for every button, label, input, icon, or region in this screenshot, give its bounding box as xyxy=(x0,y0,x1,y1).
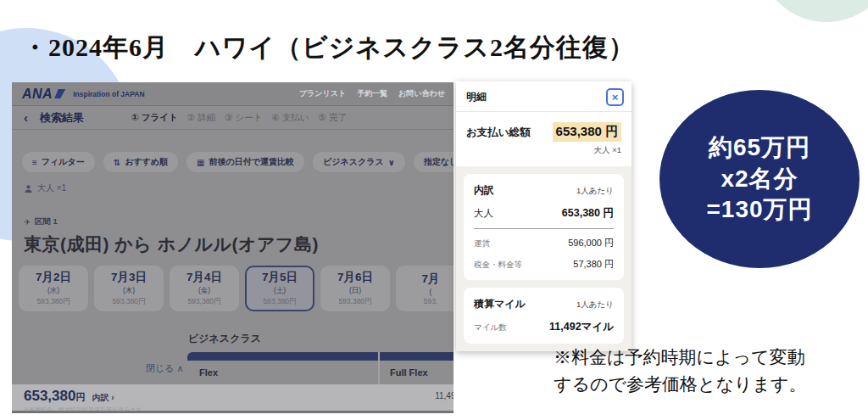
fare-column-divider xyxy=(378,352,380,384)
route-title: 東京(成田) から ホノルル(オアフ島) xyxy=(24,232,453,256)
detail-panel-header: 明細 × xyxy=(456,81,632,111)
slide-canvas: ・2024年6月 ハワイ（ビジネスクラス2名分往復） ANA Inspirati… xyxy=(0,0,868,420)
cabin-class-label: ビジネスクラス xyxy=(188,332,261,346)
booking-steps: ① フライト ② 詳細 ③ シート ④ 支払い ⑤ 完了 xyxy=(131,112,347,124)
back-icon[interactable]: ‹ xyxy=(24,110,28,125)
fare-table-header-bar xyxy=(187,352,453,361)
close-icon[interactable]: × xyxy=(606,88,624,106)
filter-chip[interactable]: ≡ フィルター xyxy=(22,152,95,172)
detail-panel: 明細 × お支払い総額 653,380 円 大人 ×1 内訳 1人あたり 大人 … xyxy=(456,81,632,351)
date-tab-strip: 7月2日 (水) 593,380円 7月3日 (木) 593,380円 7月4日… xyxy=(19,266,453,311)
total-payment-row: お支払い総額 653,380 円 xyxy=(456,112,632,143)
price-line-3: =130万円 xyxy=(706,194,812,226)
filter-icon: ≡ xyxy=(32,158,37,167)
plane-icon: ✈ xyxy=(24,217,31,227)
date-tab[interactable]: 7月 ( 593, xyxy=(396,266,453,311)
step-details: ② 詳細 xyxy=(187,112,215,124)
fare-table: Flex Full Flex xyxy=(187,352,453,384)
miles-card: 積算マイル 1人あたり マイル数 11,492マイル xyxy=(464,288,624,344)
ana-tagline: Inspiration of JAPAN xyxy=(73,90,144,98)
fare-summary-bar: 653,380円 内訳 › ※各種税金、燃油特別付加運賃等を含みます。 11,4… xyxy=(12,384,453,411)
segment-label: ✈ 区間 1 xyxy=(24,216,453,227)
ana-top-nav: プランリスト 予約一覧 お問い合わせ xyxy=(299,88,445,99)
tax-row: 税金・料金等 57,380 円 xyxy=(474,258,614,271)
date-tab[interactable]: 7月4日 (金) 593,380円 xyxy=(170,266,239,311)
detail-panel-title: 明細 xyxy=(466,90,487,104)
filter-chip-row: ≡ フィルター ⇅ おすすめ順 ▦ 前後の日付で運賃比較 ビジネスクラス ∨ 指… xyxy=(22,152,453,172)
date-tab[interactable]: 7月6日 (日) 593,380円 xyxy=(320,266,390,311)
ana-logo[interactable]: ANA Inspiration of JAPAN xyxy=(22,87,145,102)
chevron-down-icon: ∨ xyxy=(388,158,395,167)
ana-header-bar: ANA Inspiration of JAPAN プランリスト 予約一覧 お問い… xyxy=(12,82,453,106)
person-icon xyxy=(24,184,33,193)
date-tab-selected[interactable]: 7月5日 (土) 593,380円 xyxy=(245,266,314,311)
breakdown-link[interactable]: 内訳 › xyxy=(92,392,114,404)
nav-booking-list[interactable]: 予約一覧 xyxy=(357,88,387,99)
collapse-link[interactable]: 閉じる ∧ xyxy=(146,362,184,375)
step-complete: ⑤ 完了 xyxy=(319,112,347,124)
nav-plan-list[interactable]: プランリスト xyxy=(299,88,346,99)
price-line-2: x2名分 xyxy=(721,164,798,195)
step-payment: ④ 支払い xyxy=(271,112,309,124)
cabin-class-dropdown[interactable]: ビジネスクラス ∨ xyxy=(313,152,405,172)
search-result-title: 検索結果 xyxy=(40,110,84,126)
sort-chip[interactable]: ⇅ おすすめ順 xyxy=(103,152,178,172)
decorative-mint-circle xyxy=(759,0,868,22)
adult-fare-row: 大人 653,380 円 xyxy=(474,206,614,221)
fare-columns: Flex Full Flex xyxy=(187,361,453,378)
reference-price-note: ※料金は予約時期によって変動 するので参考価格となります。 xyxy=(554,344,806,398)
step-flight: ① フライト xyxy=(131,112,178,124)
ana-booking-screenshot: ANA Inspiration of JAPAN プランリスト 予約一覧 お問い… xyxy=(12,82,453,413)
date-tab[interactable]: 7月3日 (木) 593,380円 xyxy=(94,266,164,311)
date-tab[interactable]: 7月2日 (水) 593,380円 xyxy=(19,266,88,311)
total-payment-value: 653,380 円 xyxy=(553,122,621,142)
sort-icon: ⇅ xyxy=(114,158,120,167)
fare-column-fullflex[interactable]: Full Flex xyxy=(378,361,428,378)
detail-panel-body: 内訳 1人あたり 大人 653,380 円 運賃 596,000 円 税金・料金… xyxy=(456,166,632,351)
ana-logo-word: ANA xyxy=(22,87,53,102)
fare-compare-chip[interactable]: ▦ 前後の日付で運賃比較 xyxy=(186,152,304,172)
divider xyxy=(474,228,614,229)
step-seat: ③ シート xyxy=(225,112,262,124)
price-summary-circle: 約65万円 x2名分 =130万円 xyxy=(659,90,860,268)
miles-row: マイル数 11,492マイル xyxy=(474,320,614,334)
per-person-count: 大人 ×1 xyxy=(456,143,632,166)
nav-contact[interactable]: お問い合わせ xyxy=(398,88,445,99)
base-fare-row: 運賃 596,000 円 xyxy=(474,237,614,249)
calendar-icon: ▦ xyxy=(197,158,204,167)
miles-value: 11,492 xyxy=(435,391,453,400)
passenger-count: 大人 ×1 xyxy=(24,182,453,194)
price-line-1: 約65万円 xyxy=(709,132,810,164)
fare-column-flex[interactable]: Flex xyxy=(187,361,378,378)
collapse-icon: ∧ xyxy=(177,363,184,373)
screenshot-bottom-strip xyxy=(12,411,453,413)
seat-spec-dropdown[interactable]: 指定なし ∨ xyxy=(414,152,453,172)
slide-title: ・2024年6月 ハワイ（ビジネスクラス2名分往復） xyxy=(22,31,635,65)
breakdown-card: 内訳 1人あたり 大人 653,380 円 運賃 596,000 円 税金・料金… xyxy=(464,174,624,280)
total-price: 653,380 xyxy=(24,388,75,404)
search-result-bar: ‹ 検索結果 ① フライト ② 詳細 ③ シート ④ 支払い ⑤ 完了 xyxy=(12,106,453,130)
ana-logo-triangle-icon xyxy=(54,89,65,98)
